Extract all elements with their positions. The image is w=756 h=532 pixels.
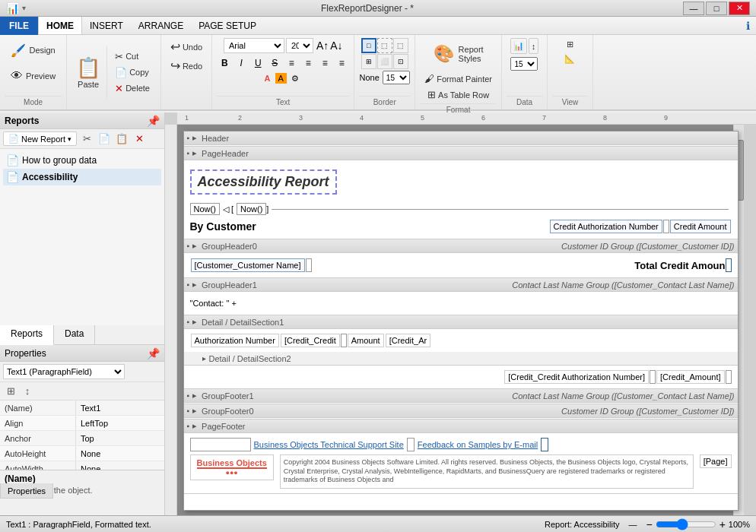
credit-amount-field2[interactable]: [Credit_Amount]	[656, 370, 724, 384]
tab-data[interactable]: Data	[54, 325, 95, 344]
d1-expand[interactable]: ▪	[187, 318, 190, 326]
delete-button[interactable]: ✕ Delete	[110, 81, 154, 96]
prop-autowidth-value[interactable]: None	[76, 461, 164, 470]
reports-paste-button[interactable]: 📋	[114, 131, 129, 147]
support-link[interactable]: Business Objects Technical Support Site	[251, 440, 407, 449]
tab-reports[interactable]: Reports	[0, 325, 54, 345]
italic-button[interactable]: I	[233, 55, 249, 71]
pf-collapse[interactable]: ▸	[192, 421, 197, 431]
properties-object-select[interactable]: Text1 (ParagraphField)	[3, 364, 125, 379]
page-setup-menu[interactable]: PAGE SETUP	[191, 17, 264, 34]
cut-button[interactable]: ✂ Cut	[110, 49, 154, 64]
border-outer-button[interactable]: □	[361, 38, 376, 53]
highlight-color[interactable]: A	[275, 73, 287, 84]
redo-button[interactable]: ↪ Redo	[166, 57, 207, 74]
align-right-button[interactable]: ≡	[317, 55, 332, 71]
gh1-collapse[interactable]: ▸	[192, 280, 197, 290]
credit-ar-field[interactable]: [Credit_Ar	[386, 334, 431, 347]
bold-button[interactable]: B	[217, 55, 232, 71]
pageheader-collapse-icon[interactable]: ▸	[192, 148, 197, 158]
data-field-button[interactable]: 📊	[510, 38, 527, 54]
data-size-select[interactable]: 15	[510, 57, 538, 71]
page-number-field[interactable]: [Page]	[700, 454, 732, 468]
justify-button[interactable]: ≡	[334, 55, 349, 71]
header-expand-icon[interactable]: ▪	[187, 134, 190, 142]
header-collapse-icon[interactable]: ▸	[192, 133, 197, 143]
gf0-collapse[interactable]: ▸	[192, 406, 197, 416]
gf0-expand[interactable]: ▪	[187, 407, 190, 415]
gh0-collapse[interactable]: ▸	[192, 241, 197, 251]
zoom-out-button[interactable]: −	[646, 518, 652, 530]
paste-button[interactable]: 📋 Paste	[70, 46, 107, 99]
border-all-button[interactable]: ⊡	[393, 54, 408, 69]
align-center-button[interactable]: ≡	[300, 55, 316, 71]
data-sort-button[interactable]: ↕	[529, 38, 539, 54]
reports-cut-button[interactable]: ✂	[79, 131, 94, 147]
view-grid-button[interactable]: ⊞	[562, 38, 578, 51]
border-dotted-button[interactable]: ⬚	[393, 38, 408, 53]
prop-autoheight-value[interactable]: None	[76, 446, 164, 461]
tree-item-accessibility[interactable]: 📄 Accessibility	[3, 169, 161, 185]
report-styles-button[interactable]: 🎨 Report Styles	[427, 38, 490, 70]
new-report-button[interactable]: 📄 New Report ▾	[3, 131, 77, 146]
design-button[interactable]: 🖌️ Design	[5, 38, 61, 62]
border-inner-button[interactable]: ⊞	[361, 54, 376, 69]
customer-name-field[interactable]: [Customer_Customer Name]	[191, 258, 305, 272]
reports-copy-button[interactable]: 📄	[97, 131, 112, 147]
font-select[interactable]: Arial	[224, 38, 284, 53]
decrease-font-button[interactable]: A↓	[330, 40, 342, 52]
feedback-link[interactable]: Feedback on Samples by E-mail	[415, 440, 541, 449]
auth-num-field[interactable]: Authorization Number	[191, 334, 279, 347]
border-thickness-select[interactable]: 15	[383, 71, 410, 84]
d2-expand[interactable]: ▸	[202, 354, 206, 363]
prop-categorize-button[interactable]: ⊞	[3, 384, 18, 399]
tree-item-howtogroup[interactable]: 📄 How to group data	[3, 152, 161, 169]
undo-button[interactable]: ↩ Undo	[166, 38, 207, 55]
underline-button[interactable]: U	[250, 55, 265, 71]
gf1-collapse[interactable]: ▸	[192, 391, 197, 401]
gf1-expand[interactable]: ▪	[187, 391, 190, 400]
date-field-1[interactable]: Now()	[190, 203, 220, 215]
border-none-button[interactable]: ⬜	[377, 54, 392, 69]
credit-auth-field[interactable]: Credit Authorization Number	[550, 220, 662, 233]
properties-pin-button[interactable]: 📌	[147, 347, 160, 359]
credit-amount-field[interactable]: Credit Amount	[670, 220, 731, 233]
preview-button[interactable]: 👁 Preview	[5, 64, 62, 88]
prop-anchor-value[interactable]: Top	[76, 431, 164, 445]
arrange-menu[interactable]: ARRANGE	[131, 17, 191, 34]
pageheader-expand-icon[interactable]: ▪	[187, 149, 190, 157]
format-painter-button[interactable]: 🖌 Format Painter	[420, 71, 497, 86]
help-button[interactable]: ℹ	[740, 18, 756, 33]
copy-button[interactable]: 📄 Copy	[110, 65, 154, 80]
close-button[interactable]: ✕	[729, 2, 750, 15]
d1-collapse[interactable]: ▸	[192, 317, 197, 327]
border-dashed-button[interactable]: ⬚	[377, 38, 392, 53]
prop-align-value[interactable]: LeftTop	[76, 416, 164, 430]
gh1-expand[interactable]: ▪	[187, 280, 190, 289]
credit-credit-field[interactable]: [Credit_Credit	[281, 334, 340, 347]
contact-field[interactable]: "Contact: " +	[190, 299, 237, 308]
prop-name-value[interactable]: Text1	[76, 401, 164, 415]
increase-font-button[interactable]: A↑	[316, 40, 329, 52]
window-controls[interactable]: — □ ✕	[683, 2, 750, 15]
as-table-row-button[interactable]: ⊞ As Table Row	[423, 87, 494, 102]
home-menu[interactable]: HOME	[38, 17, 82, 34]
gh0-expand[interactable]: ▪	[187, 242, 190, 250]
properties-tab-button[interactable]: Properties	[0, 483, 53, 499]
zoom-slider[interactable]	[656, 521, 716, 527]
pf-expand[interactable]: ▪	[187, 422, 190, 430]
report-title[interactable]: Accessibility Report	[190, 169, 337, 195]
minimize-button[interactable]: —	[683, 2, 704, 15]
reports-delete-button[interactable]: ✕	[132, 131, 147, 147]
zoom-in-button[interactable]: +	[719, 518, 726, 530]
prop-alpha-button[interactable]: ↕	[20, 384, 35, 399]
credit-auth-num-field2[interactable]: [Credit_Credit Authorization Number]	[504, 370, 649, 384]
insert-menu[interactable]: INSERT	[82, 17, 131, 34]
text-effects[interactable]: ⚙	[291, 74, 299, 84]
font-size-select[interactable]: 20	[286, 38, 313, 53]
date-field-2[interactable]: Now()	[237, 203, 266, 215]
file-menu[interactable]: FILE	[0, 17, 38, 35]
strikethrough-button[interactable]: S	[267, 55, 282, 71]
maximize-button[interactable]: □	[706, 2, 727, 15]
canvas-area[interactable]: ▪ ▸ Header ▪ ▸ PageHeader Accessibility …	[177, 125, 744, 515]
